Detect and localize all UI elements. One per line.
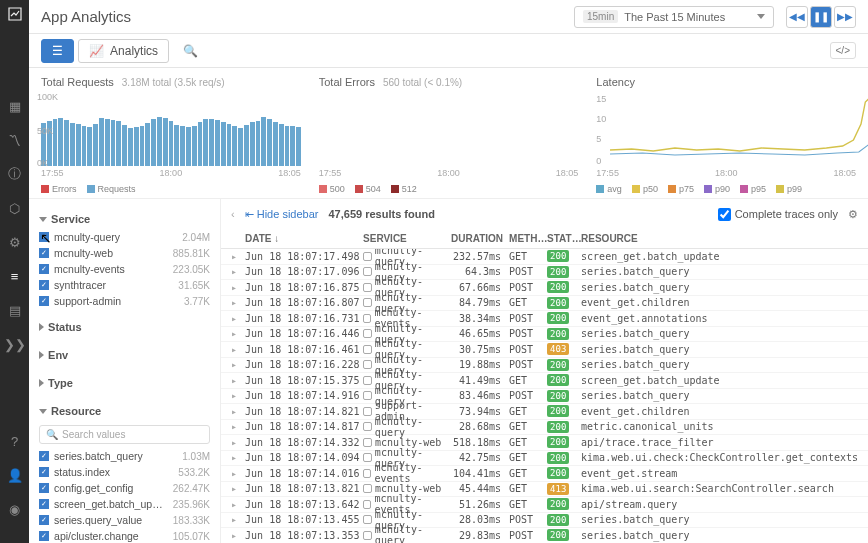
service-dot-icon <box>363 407 372 416</box>
settings-gear-icon[interactable]: ⚙ <box>848 208 858 221</box>
expand-icon[interactable]: ▸ <box>231 421 245 432</box>
expand-icon[interactable]: ▸ <box>231 406 245 417</box>
service-dot-icon <box>363 314 371 323</box>
nav-icon-traces[interactable]: ≡ <box>7 268 23 284</box>
nav-help-icon[interactable]: ? <box>7 433 23 449</box>
nav-icon-7[interactable]: ▤ <box>7 302 23 318</box>
expand-icon[interactable]: ▸ <box>231 437 245 448</box>
status-badge: 200 <box>547 421 569 433</box>
expand-icon[interactable]: ▸ <box>231 313 245 324</box>
table-row[interactable]: ▸Jun 18 18:07:16.875mcnulty-query67.66ms… <box>221 280 868 296</box>
table-row[interactable]: ▸Jun 18 18:07:17.096mcnulty-query64.3msP… <box>221 265 868 281</box>
table-row[interactable]: ▸Jun 18 18:07:14.094mcnulty-query42.75ms… <box>221 451 868 467</box>
expand-icon[interactable]: ▸ <box>231 468 245 479</box>
facet-status-header[interactable]: Status <box>39 317 210 337</box>
nav-icon-2[interactable]: 〽 <box>7 132 23 148</box>
expand-icon[interactable]: ▸ <box>231 375 245 386</box>
facet-item[interactable]: ✓series.query_value183.33K <box>39 512 210 528</box>
checkbox-icon: ✓ <box>39 296 49 306</box>
expand-icon[interactable]: ▸ <box>231 514 245 525</box>
facet-item[interactable]: ✓mcnulty-web885.81K <box>39 245 210 261</box>
facet-item[interactable]: ✓support-admin3.77K <box>39 293 210 309</box>
service-dot-icon <box>363 360 372 369</box>
nav-icon-1[interactable]: ▦ <box>7 98 23 114</box>
col-status[interactable]: STAT… <box>547 233 581 244</box>
expand-icon[interactable]: ▸ <box>231 282 245 293</box>
forward-button[interactable]: ▶▶ <box>834 6 856 28</box>
nav-icon-4[interactable]: ⬡ <box>7 200 23 216</box>
back-icon[interactable]: ‹ <box>231 208 235 220</box>
table-row[interactable]: ▸Jun 18 18:07:15.375mcnulty-query41.49ms… <box>221 373 868 389</box>
table-row[interactable]: ▸Jun 18 18:07:16.446mcnulty-query46.65ms… <box>221 327 868 343</box>
status-badge: 200 <box>547 467 569 479</box>
table-row[interactable]: ▸Jun 18 18:07:13.455mcnulty-query28.03ms… <box>221 513 868 529</box>
nav-icon-3[interactable]: ⓘ <box>7 166 23 182</box>
left-nav: ▦ 〽 ⓘ ⬡ ⚙ ≡ ▤ ❯❯ ? 👤 ◉ <box>0 0 29 543</box>
nav-user-icon[interactable]: 👤 <box>7 467 23 483</box>
table-row[interactable]: ▸Jun 18 18:07:16.731mcnulty-events38.34m… <box>221 311 868 327</box>
checkbox-icon: ✓ <box>39 451 49 461</box>
facet-item[interactable]: ✓mcnulty-query2.04M <box>39 229 210 245</box>
expand-icon[interactable]: ▸ <box>231 452 245 463</box>
rewind-button[interactable]: ◀◀ <box>786 6 808 28</box>
expand-icon[interactable]: ▸ <box>231 499 245 510</box>
table-row[interactable]: ▸Jun 18 18:07:17.498mcnulty-query232.57m… <box>221 249 868 265</box>
facet-item[interactable]: ✓mcnulty-events223.05K <box>39 261 210 277</box>
col-service[interactable]: SERVICE <box>363 233 451 244</box>
facet-item[interactable]: ✓status.index533.2K <box>39 464 210 480</box>
table-row[interactable]: ▸Jun 18 18:07:16.807mcnulty-query84.79ms… <box>221 296 868 312</box>
checkbox-icon: ✓ <box>39 232 49 242</box>
expand-icon[interactable]: ▸ <box>231 344 245 355</box>
resource-search-input[interactable]: 🔍Search values <box>39 425 210 444</box>
table-row[interactable]: ▸Jun 18 18:07:14.916mcnulty-query83.46ms… <box>221 389 868 405</box>
facet-item[interactable]: ✓series.batch_query1.03M <box>39 448 210 464</box>
facet-service-header[interactable]: Service <box>39 209 210 229</box>
logo-icon[interactable] <box>7 6 23 22</box>
pause-button[interactable]: ❚❚ <box>810 6 832 28</box>
expand-icon[interactable]: ▸ <box>231 390 245 401</box>
status-badge: 200 <box>547 514 569 526</box>
expand-icon[interactable]: ▸ <box>231 359 245 370</box>
nav-icon-8[interactable]: ❯❯ <box>7 336 23 352</box>
hide-sidebar-button[interactable]: ⇤ Hide sidebar <box>245 208 319 221</box>
table-row[interactable]: ▸Jun 18 18:07:16.228mcnulty-query19.88ms… <box>221 358 868 374</box>
table-row[interactable]: ▸Jun 18 18:07:16.461mcnulty-query30.75ms… <box>221 342 868 358</box>
col-resource[interactable]: RESOURCE <box>581 233 858 244</box>
expand-icon[interactable]: ▸ <box>231 251 245 262</box>
complete-traces-checkbox[interactable]: Complete traces only <box>718 208 838 221</box>
facet-resource-header[interactable]: Resource <box>39 401 210 421</box>
nav-icon-5[interactable]: ⚙ <box>7 234 23 250</box>
table-row[interactable]: ▸Jun 18 18:07:14.821support-admin73.94ms… <box>221 404 868 420</box>
tab-analytics[interactable]: 📈 Analytics <box>78 39 169 63</box>
table-row[interactable]: ▸Jun 18 18:07:13.353mcnulty-query29.83ms… <box>221 528 868 543</box>
nav-org-icon[interactable]: ◉ <box>7 501 23 517</box>
facet-item[interactable]: ✓config.get_config262.47K <box>39 480 210 496</box>
col-method[interactable]: METH… <box>509 233 547 244</box>
tab-list[interactable]: ☰ <box>41 39 74 63</box>
chart-icon: 📈 <box>89 44 104 58</box>
facet-item[interactable]: ✓synthtracer31.65K <box>39 277 210 293</box>
table-row[interactable]: ▸Jun 18 18:07:14.332mcnulty-web518.18msG… <box>221 435 868 451</box>
expand-icon[interactable]: ▸ <box>231 328 245 339</box>
code-button[interactable]: </> <box>830 42 856 59</box>
service-dot-icon <box>363 252 372 261</box>
col-duration[interactable]: DURATION <box>451 233 509 244</box>
errors-plot <box>319 94 579 166</box>
service-dot-icon <box>363 531 372 540</box>
col-date[interactable]: DATE ↓ <box>245 233 363 244</box>
expand-icon[interactable]: ▸ <box>231 483 245 494</box>
table-row[interactable]: ▸Jun 18 18:07:14.817mcnulty-query28.68ms… <box>221 420 868 436</box>
time-range-selector[interactable]: 15min The Past 15 Minutes <box>574 6 774 28</box>
facet-env-header[interactable]: Env <box>39 345 210 365</box>
table-row[interactable]: ▸Jun 18 18:07:13.821mcnulty-web45.44msGE… <box>221 482 868 498</box>
table-row[interactable]: ▸Jun 18 18:07:13.642mcnulty-events51.26m… <box>221 497 868 513</box>
facet-item[interactable]: ✓api/cluster.change105.07K <box>39 528 210 543</box>
facet-item[interactable]: ✓screen_get.batch_update235.96K <box>39 496 210 512</box>
expand-icon[interactable]: ▸ <box>231 266 245 277</box>
expand-icon[interactable]: ▸ <box>231 530 245 541</box>
facet-type-header[interactable]: Type <box>39 373 210 393</box>
expand-icon[interactable]: ▸ <box>231 297 245 308</box>
table-row[interactable]: ▸Jun 18 18:07:14.016mcnulty-events104.41… <box>221 466 868 482</box>
tab-search-icon[interactable]: 🔍 <box>173 39 208 63</box>
checkbox-icon: ✓ <box>39 499 49 509</box>
